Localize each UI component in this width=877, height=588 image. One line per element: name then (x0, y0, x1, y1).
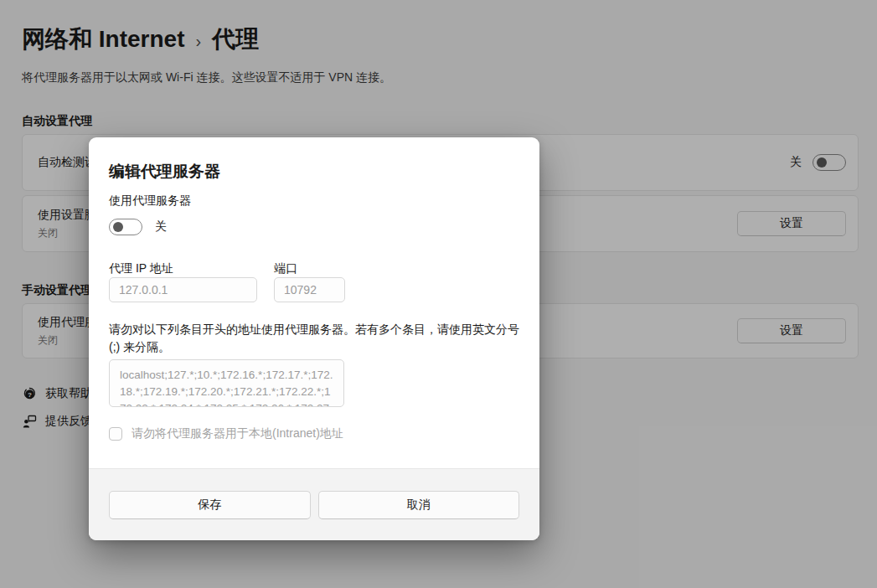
proxy-port-input[interactable] (274, 277, 345, 302)
save-button[interactable]: 保存 (109, 491, 311, 519)
cancel-button[interactable]: 取消 (318, 491, 520, 519)
dialog-title: 编辑代理服务器 (109, 161, 220, 183)
use-proxy-label: 使用代理服务器 (109, 193, 191, 209)
intranet-checkbox[interactable] (109, 427, 122, 441)
proxy-ip-input[interactable] (109, 277, 257, 302)
intranet-checkbox-label: 请勿将代理服务器用于本地(Intranet)地址 (132, 426, 343, 441)
bypass-description: 请勿对以下列条目开头的地址使用代理服务器。若有多个条目，请使用英文分号(;) 来… (109, 321, 523, 356)
use-proxy-toggle[interactable] (109, 219, 142, 235)
settings-window: 网络和 Internet › 代理 将代理服务器用于以太网或 Wi-Fi 连接。… (0, 0, 877, 588)
toggle-knob (113, 222, 123, 232)
proxy-ip-label: 代理 IP 地址 (109, 261, 173, 276)
edit-proxy-dialog: 编辑代理服务器 使用代理服务器 关 代理 IP 地址 端口 请勿对以下列条目开头… (89, 137, 539, 540)
use-proxy-toggle-state: 关 (155, 219, 167, 235)
proxy-port-label: 端口 (274, 261, 297, 276)
intranet-checkbox-row: 请勿将代理服务器用于本地(Intranet)地址 (109, 426, 343, 441)
dialog-footer: 保存 取消 (89, 468, 539, 540)
use-proxy-toggle-row: 关 (109, 219, 167, 235)
bypass-list-textarea[interactable] (109, 359, 344, 407)
